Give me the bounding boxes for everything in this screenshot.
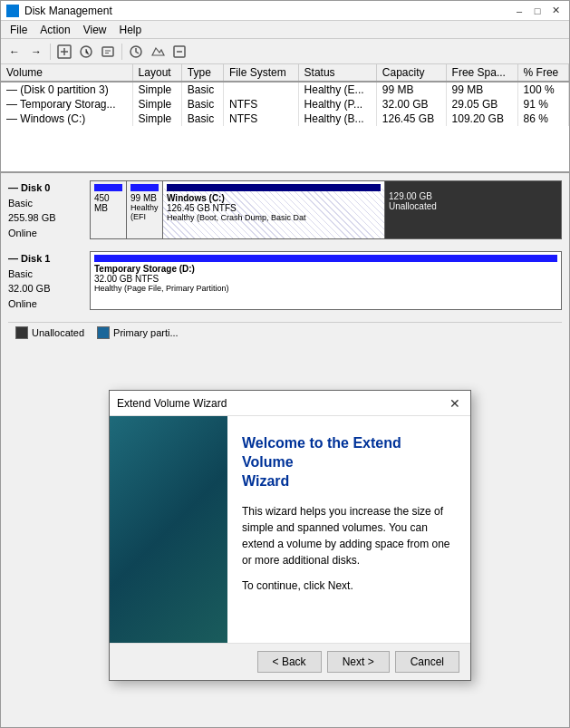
legend-bar: Unallocated Primary parti... [8,322,562,343]
disk0-label: — Disk 0 Basic 255.98 GB Online [8,180,90,244]
menu-view[interactable]: View [78,22,112,38]
disk1-p1-size: 32.00 GB NTFS [94,274,557,284]
window-title: Disk Management [24,5,112,17]
disk1-label: — Disk 1 Basic 32.00 GB Online [8,251,90,315]
legend-unallocated-label: Unallocated [32,327,84,338]
disk1-row: — Disk 1 Basic 32.00 GB Online Temporary… [8,251,562,315]
toolbar-btn3[interactable] [98,42,118,62]
col-status: Status [298,64,376,82]
dialog-title: Extend Volume Wizard [117,397,227,410]
back-button[interactable]: < Back [257,651,322,673]
disk0-row: — Disk 0 Basic 255.98 GB Online 450 MB 9… [8,180,562,244]
legend-primary-label: Primary parti... [113,327,179,338]
toolbar-btn4[interactable] [126,42,146,62]
disk0-partition2: 99 MB Healthy (EFI [127,181,163,238]
menu-help[interactable]: Help [114,22,148,38]
table-cell: Basic [181,112,223,126]
toolbar-btn6[interactable] [169,42,189,62]
col-freespace: Free Spa... [446,64,517,82]
disk1-type: Basic [8,267,84,282]
title-bar: Disk Management – □ ✕ [1,1,569,21]
dialog-heading: Welcome to the Extend VolumeWizard [242,434,456,490]
table-cell: Basic [181,97,223,112]
disk1-p1-status: Healthy (Page File, Primary Partition) [94,284,557,293]
legend-primary: Primary parti... [97,326,179,339]
disk1-partition1: Temporary Storage (D:) 32.00 GB NTFS Hea… [91,252,561,309]
table-cell: 126.45 GB [376,112,446,126]
close-button[interactable]: ✕ [547,3,564,19]
col-percentfree: % Free [517,64,568,82]
disk0-type: Basic [8,196,84,211]
disk0-p2-header [130,184,159,191]
col-filesystem: File System [224,64,299,82]
disk0-p4-spacer [389,184,557,191]
disk1-p1-name: Temporary Storage (D:) [94,264,557,274]
table-cell: 86 % [517,112,568,126]
toolbar-back[interactable]: ← [5,42,24,62]
menu-file[interactable]: File [5,22,33,38]
disk0-p4-size: 129.00 GB [389,191,557,201]
dialog-sidebar-graphic [110,416,227,643]
disk1-status: Online [8,296,84,312]
table-cell: 91 % [517,97,568,112]
next-button[interactable]: Next > [327,651,390,673]
dialog-body: Welcome to the Extend VolumeWizard This … [110,416,470,643]
table-cell: — Temporary Storag... [1,97,132,112]
col-volume: Volume [1,64,132,82]
dialog-description: This wizard helps you increase the size … [242,503,456,568]
disk1-name: — Disk 1 [8,251,84,267]
disk0-p3-size: 126.45 GB NTFS [167,203,381,213]
table-cell: NTFS [224,97,299,112]
disk1-size: 32.00 GB [8,281,84,296]
disk0-size: 255.98 GB [8,210,84,226]
disk0-partition3: Windows (C:) 126.45 GB NTFS Healthy (Boo… [163,181,385,238]
legend-unallocated: Unallocated [15,326,84,339]
svg-rect-2 [102,47,113,56]
menu-action[interactable]: Action [34,22,75,38]
table-cell: — Windows (C:) [1,112,132,126]
disk0-p3-name: Windows (C:) [167,193,381,203]
table-cell: Basic [181,82,223,97]
table-cell [224,82,299,97]
col-capacity: Capacity [376,64,446,82]
toolbar-sep2 [121,44,122,60]
dialog-close-button[interactable]: ✕ [447,395,463,412]
menu-bar: File Action View Help [1,21,569,39]
table-cell: Simple [132,97,181,112]
disk0-p1-size: 450 MB [94,193,122,213]
table-cell: — (Disk 0 partition 3) [1,82,132,97]
col-type: Type [181,64,223,82]
table-cell: 29.05 GB [446,97,517,112]
dialog-sidebar-inner [110,416,227,643]
disk1-partitions: Temporary Storage (D:) 32.00 GB NTFS Hea… [90,251,562,310]
table-row[interactable]: — Windows (C:)SimpleBasicNTFSHealthy (B.… [1,112,569,126]
table-row[interactable]: — Temporary Storag...SimpleBasicNTFSHeal… [1,97,569,112]
extend-volume-wizard: Extend Volume Wizard ✕ Welcome to the Ex… [109,390,471,681]
table-cell: 100 % [517,82,568,97]
table-cell: Healthy (B... [298,112,376,126]
maximize-button[interactable]: □ [529,3,546,19]
table-cell: 32.00 GB [376,97,446,112]
toolbar-forward[interactable]: → [26,42,46,62]
legend-box-unallocated [15,326,28,339]
table-row[interactable]: — (Disk 0 partition 3)SimpleBasicHealthy… [1,82,569,97]
disk0-p4-label: Unallocated [389,201,557,211]
table-cell: Simple [132,112,181,126]
disk0-p2-status: Healthy (EFI [130,203,159,221]
disk1-p1-header [94,255,557,262]
table-cell: 99 MB [376,82,446,97]
table-cell: NTFS [224,112,299,126]
legend-box-primary [97,326,110,339]
table-cell: Simple [132,82,181,97]
toolbar-btn5[interactable] [148,42,168,62]
disk0-name: — Disk 0 [8,180,84,196]
cancel-button[interactable]: Cancel [395,651,459,673]
disk0-p2-size: 99 MB [130,193,159,203]
disk0-p1-header [94,184,122,191]
disk0-status: Online [8,226,84,241]
table-cell: Healthy (P... [298,97,376,112]
toolbar-btn2[interactable] [76,42,96,62]
toolbar-btn1[interactable] [54,42,74,62]
dialog-continue: To continue, click Next. [242,579,456,592]
minimize-button[interactable]: – [511,3,527,19]
